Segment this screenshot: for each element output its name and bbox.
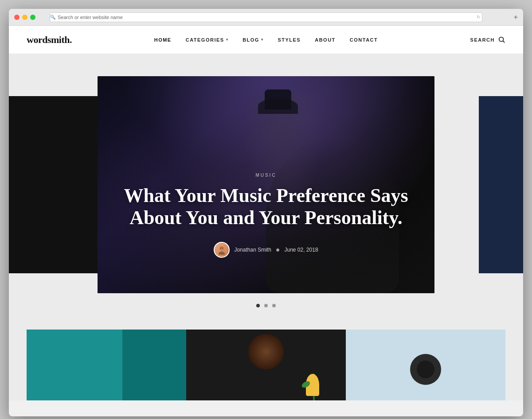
bottom-card-1[interactable] (27, 330, 186, 400)
new-tab-button[interactable]: + (514, 13, 518, 21)
dot-separator: ● (276, 246, 280, 254)
svg-point-0 (499, 37, 504, 41)
dark-circle-object (410, 354, 441, 385)
hero-slider: MUSIC What Your Music Preference Says Ab… (9, 76, 523, 293)
coffee-cup (248, 334, 284, 369)
categories-dropdown-arrow: ▾ (226, 38, 229, 42)
card3-bg (346, 330, 505, 400)
slider-dot-3[interactable] (272, 304, 276, 307)
svg-point-5 (222, 248, 223, 248)
hat-top (265, 89, 291, 109)
hero-section: MUSIC What Your Music Preference Says Ab… (9, 54, 523, 330)
teal-left (27, 330, 122, 400)
svg-line-1 (503, 41, 505, 43)
nav-item-contact[interactable]: CONTACT (350, 37, 378, 43)
hero-main-card[interactable]: MUSIC What Your Music Preference Says Ab… (98, 76, 434, 293)
svg-point-2 (219, 246, 224, 251)
svg-point-4 (220, 248, 221, 248)
nav-item-home[interactable]: HOME (154, 37, 172, 43)
browser-chrome: 🔍 Search or enter website name ↻ + (9, 9, 523, 26)
teal-right (122, 330, 186, 400)
search-icon-small: 🔍 (50, 15, 55, 19)
hero-title: What Your Music Preference Says About Yo… (115, 185, 417, 229)
inner-circle (417, 361, 434, 378)
hero-content: MUSIC What Your Music Preference Says Ab… (98, 173, 434, 258)
slider-dots (9, 304, 523, 312)
nav-item-styles[interactable]: STYLES (278, 37, 301, 43)
author-avatar (214, 242, 230, 258)
navbar: wordsmith. HOME CATEGORIES ▾ BLOG ▾ STYL… (9, 26, 523, 54)
search-label: SEARCH (470, 37, 495, 43)
browser-window: 🔍 Search or enter website name ↻ + words… (9, 9, 523, 416)
slider-dot-2[interactable] (264, 304, 268, 307)
hero-author: Jonathan Smith ● June 02, 2018 (115, 242, 417, 258)
address-bar-text: Search or enter website name (58, 15, 123, 20)
bottom-card-3[interactable] (346, 330, 505, 400)
traffic-lights (14, 15, 35, 20)
author-name: Jonathan Smith (234, 247, 271, 253)
address-bar[interactable]: 🔍 Search or enter website name ↻ (50, 12, 482, 22)
nav-item-about[interactable]: ABOUT (315, 37, 336, 43)
slide-next-card[interactable] (479, 96, 523, 273)
maximize-button[interactable] (30, 15, 35, 20)
minimize-button[interactable] (22, 15, 27, 20)
avatar-icon (217, 245, 227, 255)
search-icon[interactable] (498, 36, 505, 43)
svg-point-3 (219, 252, 225, 255)
site-wrapper: wordsmith. HOME CATEGORIES ▾ BLOG ▾ STYL… (9, 26, 523, 400)
nav-search[interactable]: SEARCH (470, 36, 505, 43)
hero-date: June 02, 2018 (284, 247, 318, 253)
close-button[interactable] (14, 15, 20, 20)
nav-links: HOME CATEGORIES ▾ BLOG ▾ STYLES ABOUT CO (154, 37, 378, 43)
nav-item-blog[interactable]: BLOG ▾ (243, 37, 263, 43)
bottom-card-2[interactable] (186, 330, 346, 400)
bottom-cards (9, 330, 523, 400)
refresh-icon[interactable]: ↻ (477, 15, 480, 19)
slider-dot-1[interactable] (256, 304, 260, 307)
blog-dropdown-arrow: ▾ (261, 38, 264, 42)
site-logo[interactable]: wordsmith. (27, 34, 72, 46)
nav-item-categories[interactable]: CATEGORIES ▾ (186, 37, 228, 43)
hero-category: MUSIC (115, 173, 417, 178)
